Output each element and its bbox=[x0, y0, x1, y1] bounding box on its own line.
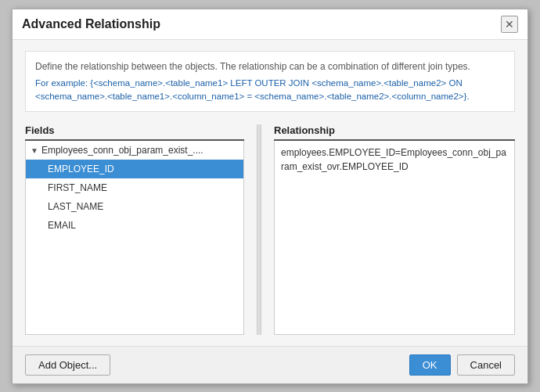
tree-parent-item[interactable]: ▼ Employees_conn_obj_param_exist_.... bbox=[26, 141, 243, 160]
advanced-relationship-dialog: Advanced Relationship ✕ Define the relat… bbox=[12, 9, 528, 384]
main-columns: Fields ▼ Employees_conn_obj_param_exist_… bbox=[25, 124, 515, 335]
fields-list[interactable]: ▼ Employees_conn_obj_param_exist_.... EM… bbox=[25, 141, 244, 335]
fields-panel: Fields ▼ Employees_conn_obj_param_exist_… bbox=[25, 124, 244, 335]
info-main-text: Define the relationship between the obje… bbox=[35, 61, 470, 72]
tree-item-label: EMAIL bbox=[48, 220, 76, 231]
dialog-body: Define the relationship between the obje… bbox=[13, 40, 527, 346]
relationship-label: Relationship bbox=[274, 124, 515, 141]
info-example: For example: {<schema_name>.<table_name1… bbox=[35, 77, 505, 104]
tree-item-label: EMPLOYEE_ID bbox=[48, 164, 114, 174]
info-example-label: For example: bbox=[35, 78, 88, 88]
tree-item-employee-id[interactable]: EMPLOYEE_ID bbox=[26, 160, 243, 178]
tree-item-last-name[interactable]: LAST_NAME bbox=[26, 197, 243, 216]
tree-item-first-name[interactable]: FIRST_NAME bbox=[26, 178, 243, 197]
tree-item-email[interactable]: EMAIL bbox=[26, 216, 243, 235]
add-object-button[interactable]: Add Object... bbox=[25, 354, 110, 376]
relationship-panel: Relationship bbox=[274, 124, 515, 335]
dialog-titlebar: Advanced Relationship ✕ bbox=[13, 9, 527, 40]
tree-parent-label: Employees_conn_obj_param_exist_.... bbox=[41, 145, 203, 156]
footer-right-buttons: OK Cancel bbox=[409, 354, 515, 376]
info-example-text: {<schema_name>.<table_name1> LEFT OUTER … bbox=[35, 78, 470, 101]
dialog-title: Advanced Relationship bbox=[22, 17, 160, 31]
info-box: Define the relationship between the obje… bbox=[25, 51, 515, 113]
tree-item-label: FIRST_NAME bbox=[48, 182, 107, 193]
tree-arrow-icon: ▼ bbox=[31, 146, 38, 155]
cancel-button[interactable]: Cancel bbox=[457, 354, 515, 376]
tree-item-label: LAST_NAME bbox=[48, 201, 103, 212]
scrollbar-divider bbox=[257, 124, 261, 335]
close-button[interactable]: ✕ bbox=[501, 16, 518, 33]
ok-button[interactable]: OK bbox=[409, 354, 451, 376]
dialog-footer: Add Object... OK Cancel bbox=[13, 346, 527, 383]
relationship-textarea[interactable] bbox=[274, 141, 515, 335]
fields-label: Fields bbox=[25, 124, 244, 141]
